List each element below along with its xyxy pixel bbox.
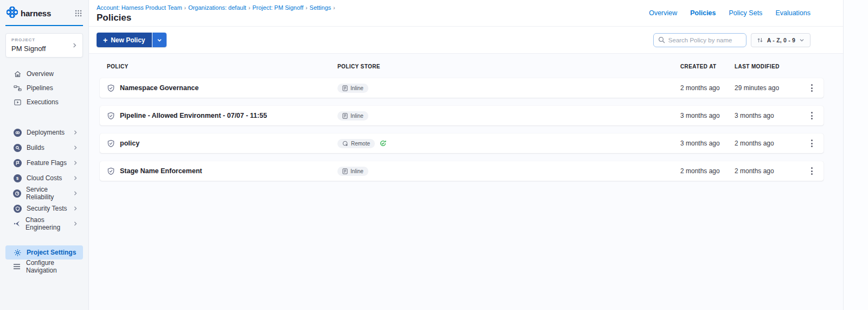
chevron-down-icon [157,37,162,43]
row-menu-kebab-icon[interactable] [809,137,815,149]
sidebar-item-label: Builds [27,144,44,151]
chevron-right-icon [73,130,83,135]
chevron-right-icon [72,42,77,48]
sidebar-modules: Deployments Builds Feature Flags $ Cloud [0,125,88,231]
table-row[interactable]: Stage Name Enforcement Inline 2 months a… [100,161,824,181]
sidebar-item-builds[interactable]: Builds [5,140,83,155]
hamburger-icon [13,263,21,270]
sidebar-item-executions[interactable]: Executions [5,95,83,109]
sidebar-item-feature-flags[interactable]: Feature Flags [5,155,83,170]
sidebar-item-label: Project Settings [27,249,76,256]
table-row[interactable]: Namespace Governance Inline 2 months ago… [100,78,824,98]
policy-name: Namespace Governance [120,84,199,92]
row-menu-kebab-icon[interactable] [809,165,815,177]
breadcrumb-settings[interactable]: Settings [310,4,331,11]
sidebar-item-security-tests[interactable]: Security Tests [5,201,83,216]
policy-name: policy [120,140,139,147]
home-icon [13,70,22,78]
executions-icon [13,98,22,106]
created-at: 3 months ago [680,112,735,119]
builds-icon [13,144,22,152]
project-selector[interactable]: PROJECT PM Signoff [5,33,83,58]
harness-wordmark: harness [21,9,51,18]
module-grid-icon[interactable] [75,10,82,17]
sidebar: harness PROJECT PM Signoff [0,0,89,310]
page-title: Policies [97,12,335,23]
deployments-icon [13,129,22,137]
breadcrumb-account[interactable]: Account: Harness Product Team [97,4,182,11]
chevron-right-icon [73,145,83,150]
store-badge-inline: Inline [337,111,368,121]
tab-policy-sets[interactable]: Policy Sets [729,9,763,26]
new-policy-dropdown-button[interactable] [152,33,167,47]
toolbar: + New Policy [89,27,843,54]
policy-shield-icon [107,140,115,148]
created-at: 2 months ago [680,84,735,92]
created-at: 2 months ago [680,167,735,175]
chevron-down-icon [799,37,805,43]
row-menu-kebab-icon[interactable] [809,82,815,94]
new-policy-button[interactable]: + New Policy [97,33,152,47]
table-row[interactable]: Pipeline - Allowed Environment - 07/07 -… [100,106,824,125]
sidebar-item-label: Cloud Costs [27,174,62,182]
policies-table: POLICY POLICY STORE CREATED AT LAST MODI… [89,54,843,189]
sidebar-item-cloud-costs[interactable]: $ Cloud Costs [5,170,83,186]
sidebar-item-configure-navigation[interactable]: Configure Navigation [5,260,83,274]
policy-name: Stage Name Enforcement [120,167,202,175]
store-badge-inline: Inline [337,167,368,176]
top-nav: Overview Policies Policy Sets Evaluation… [649,0,843,26]
service-reliability-icon [13,189,21,198]
sidebar-item-label: Overview [27,70,54,78]
sidebar-item-label: Pipelines [27,84,53,92]
breadcrumb-separator: › [333,5,335,11]
breadcrumb-project[interactable]: Project: PM Signoff [252,4,303,11]
column-header-policy: POLICY [100,64,337,69]
policy-shield-icon [107,112,115,120]
sidebar-item-deployments[interactable]: Deployments [5,125,83,140]
tab-policies[interactable]: Policies [690,9,716,26]
plus-icon: + [103,36,107,44]
chaos-engineering-icon [13,220,21,227]
sidebar-item-project-settings[interactable]: Project Settings [5,245,83,260]
breadcrumb-separator: › [184,5,186,11]
search-box [653,33,746,47]
sort-label: A - Z, 0 - 9 [767,37,795,43]
search-input[interactable] [668,37,742,43]
column-header-policy-store: POLICY STORE [337,64,680,69]
project-label: PROJECT [11,37,46,42]
sidebar-item-overview[interactable]: Overview [5,67,83,81]
breadcrumb-org[interactable]: Organizations: default [188,4,246,11]
sidebar-item-service-reliability[interactable]: Service Reliability [5,186,83,201]
last-modified: 3 months ago [735,112,800,119]
chevron-right-icon [73,191,83,196]
project-name: PM Signoff [11,45,46,53]
gear-icon [13,249,22,257]
harness-logo[interactable]: harness [7,7,51,20]
chevron-right-icon [73,175,83,181]
table-row[interactable]: policy Remote 3 months ago 2 months ago [100,134,824,153]
pipelines-icon [13,84,22,92]
sidebar-item-pipelines[interactable]: Pipelines [5,81,83,95]
tab-overview[interactable]: Overview [649,9,677,26]
cloud-costs-icon: $ [13,174,22,182]
created-at: 3 months ago [680,140,735,147]
chevron-right-icon [73,160,83,166]
sidebar-item-label: Executions [27,98,59,106]
policy-name: Pipeline - Allowed Environment - 07/07 -… [120,112,267,119]
sidebar-item-label: Feature Flags [27,159,67,167]
sidebar-item-label: Security Tests [27,205,67,212]
new-policy-button-label: New Policy [111,36,145,44]
inline-file-icon [342,113,348,119]
row-menu-kebab-icon[interactable] [809,110,815,122]
tab-evaluations[interactable]: Evaluations [775,9,810,26]
sidebar-item-chaos-engineering[interactable]: Chaos Engineering [5,216,83,231]
right-margin-strip [843,0,868,310]
breadcrumb: Account: Harness Product Team › Organiza… [97,4,335,11]
inline-file-icon [342,85,348,91]
feature-flags-icon [13,159,22,167]
chevron-right-icon [73,206,83,211]
breadcrumb-separator: › [305,5,307,11]
search-icon [658,36,665,43]
store-badge-inline: Inline [337,84,368,93]
sort-dropdown[interactable]: A - Z, 0 - 9 [751,33,810,47]
